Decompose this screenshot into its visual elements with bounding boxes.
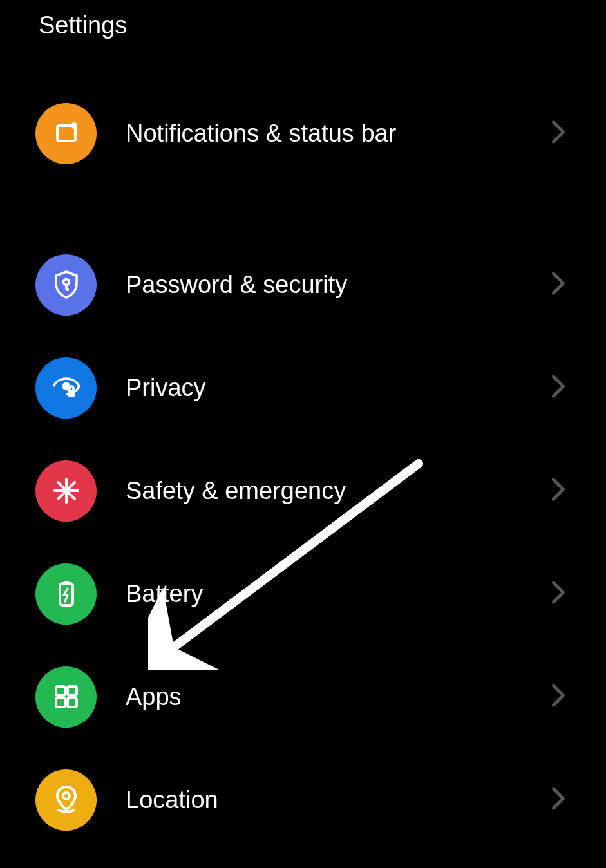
chevron-right-icon bbox=[549, 786, 567, 813]
settings-item-apps[interactable]: Apps bbox=[0, 645, 606, 748]
page-title: Settings bbox=[39, 12, 567, 39]
chevron-right-icon bbox=[549, 477, 567, 504]
settings-item-label: Battery bbox=[126, 580, 549, 608]
svg-point-17 bbox=[63, 793, 70, 799]
settings-item-label: Notifications & status bar bbox=[126, 120, 549, 147]
settings-item-label: Location bbox=[126, 786, 549, 814]
svg-rect-15 bbox=[56, 698, 65, 707]
chevron-right-icon bbox=[549, 271, 567, 298]
settings-item-label: Privacy bbox=[126, 374, 549, 402]
page-header: Settings bbox=[0, 0, 606, 59]
svg-rect-12 bbox=[64, 581, 69, 583]
settings-item-label: Password & security bbox=[126, 271, 549, 299]
shield-key-icon bbox=[35, 254, 97, 316]
settings-item-safety-emergency[interactable]: Safety & emergency bbox=[0, 439, 606, 542]
settings-item-password-security[interactable]: Password & security bbox=[0, 233, 606, 336]
svg-rect-13 bbox=[56, 686, 65, 695]
chevron-right-icon bbox=[549, 120, 567, 147]
svg-rect-6 bbox=[68, 390, 75, 397]
chevron-right-icon bbox=[549, 374, 567, 401]
svg-rect-16 bbox=[68, 698, 77, 707]
apps-grid-icon bbox=[35, 666, 97, 728]
settings-item-location[interactable]: Location bbox=[0, 748, 606, 851]
settings-item-label: Apps bbox=[126, 683, 549, 711]
eye-lock-icon bbox=[35, 357, 97, 419]
settings-item-privacy[interactable]: Privacy bbox=[0, 336, 606, 439]
medical-icon bbox=[35, 460, 97, 522]
svg-point-1 bbox=[71, 122, 77, 129]
svg-rect-14 bbox=[68, 686, 77, 695]
battery-icon bbox=[35, 563, 97, 625]
chevron-right-icon bbox=[549, 580, 567, 607]
notifications-icon bbox=[35, 103, 97, 164]
settings-item-label: Safety & emergency bbox=[126, 477, 549, 505]
location-pin-icon bbox=[35, 769, 97, 831]
settings-item-notifications[interactable]: Notifications & status bar bbox=[0, 82, 606, 185]
settings-list: Notifications & status bar Password & se… bbox=[0, 59, 606, 851]
svg-point-2 bbox=[63, 279, 69, 285]
settings-item-battery[interactable]: Battery bbox=[0, 542, 606, 645]
chevron-right-icon bbox=[549, 683, 567, 710]
